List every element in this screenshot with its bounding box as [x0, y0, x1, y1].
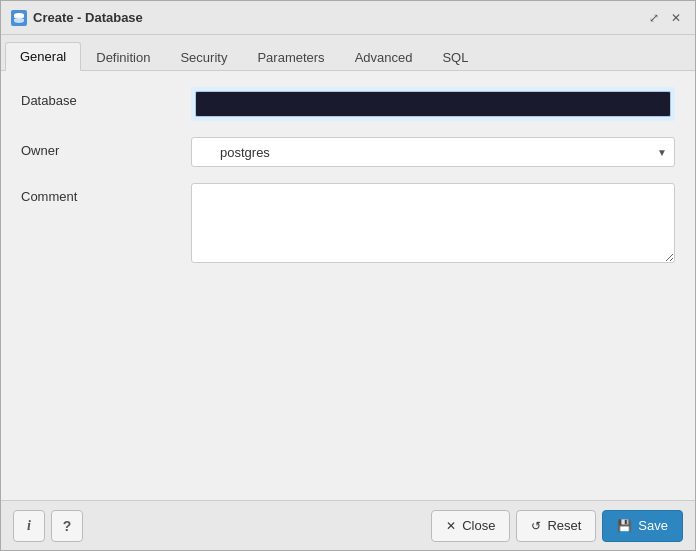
bottom-bar: i ? ✕ Close ↺ Reset 💾 Save [1, 500, 695, 550]
help-button[interactable]: ? [51, 510, 83, 542]
close-icon: ✕ [446, 519, 456, 533]
database-input[interactable] [195, 91, 671, 117]
save-button[interactable]: 💾 Save [602, 510, 683, 542]
database-field [191, 87, 675, 121]
tab-bar: General Definition Security Parameters A… [1, 35, 695, 71]
database-row: Database [21, 87, 675, 121]
help-icon: ? [63, 518, 72, 534]
close-button[interactable]: ✕ Close [431, 510, 510, 542]
close-window-button[interactable]: ✕ [667, 9, 685, 27]
comment-field [191, 183, 675, 266]
expand-button[interactable]: ⤢ [645, 9, 663, 27]
close-label: Close [462, 518, 495, 533]
owner-field: 👤 postgres ▼ [191, 137, 675, 167]
save-label: Save [638, 518, 668, 533]
tab-advanced[interactable]: Advanced [340, 43, 428, 71]
database-icon [11, 10, 27, 26]
owner-select[interactable]: postgres [191, 137, 675, 167]
tab-general[interactable]: General [5, 42, 81, 71]
form-content: Database Owner 👤 postgres ▼ Comment [1, 71, 695, 500]
reset-button[interactable]: ↺ Reset [516, 510, 596, 542]
info-icon: i [27, 518, 31, 534]
database-label: Database [21, 87, 191, 108]
info-button[interactable]: i [13, 510, 45, 542]
owner-label: Owner [21, 137, 191, 158]
title-bar-controls: ⤢ ✕ [645, 9, 685, 27]
reset-label: Reset [547, 518, 581, 533]
reset-icon: ↺ [531, 519, 541, 533]
tab-parameters[interactable]: Parameters [242, 43, 339, 71]
tab-sql[interactable]: SQL [427, 43, 483, 71]
comment-textarea[interactable] [191, 183, 675, 263]
comment-row: Comment [21, 183, 675, 266]
bottom-left-actions: i ? [13, 510, 83, 542]
create-database-window: Create - Database ⤢ ✕ General Definition… [0, 0, 696, 551]
title-bar: Create - Database ⤢ ✕ [1, 1, 695, 35]
save-icon: 💾 [617, 519, 632, 533]
bottom-right-actions: ✕ Close ↺ Reset 💾 Save [431, 510, 683, 542]
comment-label: Comment [21, 183, 191, 204]
window-title: Create - Database [33, 10, 143, 25]
tab-security[interactable]: Security [165, 43, 242, 71]
database-name-container [191, 87, 675, 121]
owner-row: Owner 👤 postgres ▼ [21, 137, 675, 167]
title-bar-left: Create - Database [11, 10, 143, 26]
tab-definition[interactable]: Definition [81, 43, 165, 71]
